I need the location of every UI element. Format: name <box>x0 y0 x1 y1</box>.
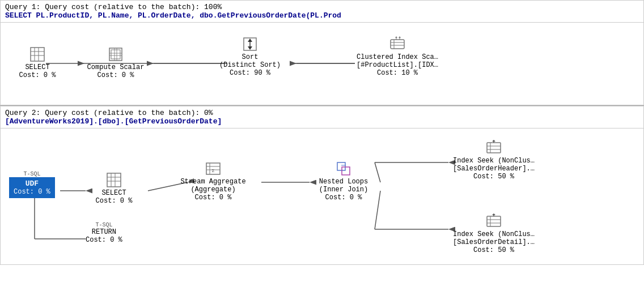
query1-title: Query 1: Query cost (relative to the bat… <box>5 3 639 11</box>
select2-grid-icon <box>106 172 122 188</box>
query2-sql: [AdventureWorks2019].[dbo].[GetPreviousO… <box>5 117 639 126</box>
select2-cost: Cost: 0 % <box>96 197 133 205</box>
idxseek1-label2: [SalesOrderHeader].… <box>453 165 535 173</box>
return2-node: T-SQL RETURN Cost: 0 % <box>86 222 122 244</box>
select1-cost: Cost: 0 % <box>19 71 56 79</box>
query1-sql: SELECT PL.ProductID, PL.Name, PL.OrderDa… <box>5 11 639 20</box>
idxseek1-label1: Index Seek (NonClus… <box>453 157 535 165</box>
compute1-cost: Cost: 0 % <box>98 71 134 79</box>
sort-icon <box>242 36 258 52</box>
idxseek2-node: Index Seek (NonClus… [SalesOrderDetail].… <box>446 212 542 254</box>
compute-icon <box>108 46 124 62</box>
udf-cost: Cost: 0 % <box>14 188 50 196</box>
compute1-label: Compute Scalar <box>87 63 145 71</box>
udf-box: UDF Cost: 0 % <box>9 177 55 198</box>
query2-title: Query 2: Query cost (relative to the bat… <box>5 109 639 117</box>
sort1-label: Sort <box>242 53 259 61</box>
clustered1-node: Clustered Index Sca… [#ProductList].[IDX… <box>352 35 443 77</box>
nested2-cost: Cost: 0 % <box>325 194 362 202</box>
return2-label: RETURN <box>92 228 116 236</box>
compute1-node: Compute Scalar Cost: 0 % <box>84 45 147 79</box>
select1-label: SELECT <box>25 63 49 71</box>
svg-marker-20 <box>248 46 252 50</box>
svg-rect-49 <box>337 162 345 170</box>
svg-marker-57 <box>492 140 495 142</box>
query1-header: Query 1: Query cost (relative to the bat… <box>1 1 643 23</box>
select1-node: SELECT Cost: 0 % <box>12 45 63 79</box>
stream2-label2: (Aggregate) <box>190 186 235 194</box>
return-tsql-label: T-SQL <box>95 222 112 228</box>
nested2-label2: (Inner Join) <box>319 186 368 194</box>
svg-rect-6 <box>31 48 44 61</box>
select-icon <box>29 46 45 62</box>
svg-rect-52 <box>487 143 501 153</box>
select1-icon <box>28 45 46 63</box>
sort1-node: Sort (Distinct Sort) Cost: 90 % <box>219 35 281 77</box>
idxseek2-cost: Cost: 50 % <box>473 246 514 254</box>
svg-marker-63 <box>492 213 495 215</box>
idxseek2-label1: Index Seek (NonClus… <box>453 230 535 238</box>
nested2-label1: Nested Loops <box>319 178 368 186</box>
idxseek2-label2: [SalesOrderDetail].… <box>453 238 535 246</box>
idxseek2-icon <box>486 213 502 229</box>
select2-icon <box>105 171 123 189</box>
stream2-icon: Σ <box>204 160 222 178</box>
clustered1-icon <box>388 35 406 53</box>
nested-icon <box>336 161 351 177</box>
query2-plan-area: T-SQL UDF Cost: 0 % SELECT Cost: 0 % <box>1 128 643 264</box>
stream-icon: Σ <box>205 161 221 177</box>
clustered1-label2: [#ProductList].[IDX… <box>357 61 438 69</box>
svg-text:Σ: Σ <box>212 168 215 173</box>
query2-header: Query 2: Query cost (relative to the bat… <box>1 106 643 128</box>
compute1-icon <box>107 45 125 63</box>
svg-marker-28 <box>399 36 401 38</box>
nested2-icon <box>334 160 353 178</box>
clustered1-cost: Cost: 10 % <box>377 69 418 77</box>
idxseek1-node: Index Seek (NonClus… [SalesOrderHeader].… <box>446 139 542 181</box>
return2-cost: Cost: 0 % <box>86 236 122 244</box>
stream2-label1: Stream Aggregate <box>180 178 245 186</box>
svg-rect-39 <box>107 173 121 187</box>
clustered-icon <box>389 36 405 52</box>
svg-marker-19 <box>248 38 252 42</box>
svg-marker-27 <box>395 36 397 38</box>
svg-rect-50 <box>342 167 350 175</box>
sort1-icon <box>241 35 259 53</box>
svg-rect-12 <box>111 50 120 59</box>
sort1-label2: (Distinct Sort) <box>219 61 281 69</box>
svg-rect-21 <box>391 40 404 49</box>
idxseek1-icon <box>485 139 503 157</box>
udf-label: UDF <box>14 179 50 188</box>
stream2-cost: Cost: 0 % <box>195 194 232 202</box>
stream2-node: Σ Stream Aggregate (Aggregate) Cost: 0 % <box>176 160 250 202</box>
query2-section: Query 2: Query cost (relative to the bat… <box>0 106 644 265</box>
idxseek1-icon <box>486 140 502 156</box>
idxseek2-icon <box>485 212 503 230</box>
udf2-node: T-SQL UDF Cost: 0 % <box>9 171 55 198</box>
sort1-cost: Cost: 90 % <box>230 69 270 77</box>
query1-section: Query 1: Query cost (relative to the bat… <box>0 0 644 105</box>
udf-tsql-label: T-SQL <box>23 171 40 177</box>
clustered1-label1: Clustered Index Sca… <box>357 53 438 61</box>
select2-label: SELECT <box>101 189 126 197</box>
query1-plan-area: SELECT Cost: 0 % Compute Scalar Cost: 0 … <box>1 23 643 105</box>
svg-rect-58 <box>487 216 501 226</box>
idxseek1-cost: Cost: 50 % <box>473 173 514 181</box>
select2-node: SELECT Cost: 0 % <box>86 171 142 205</box>
nested2-node: Nested Loops (Inner Join) Cost: 0 % <box>307 160 380 202</box>
